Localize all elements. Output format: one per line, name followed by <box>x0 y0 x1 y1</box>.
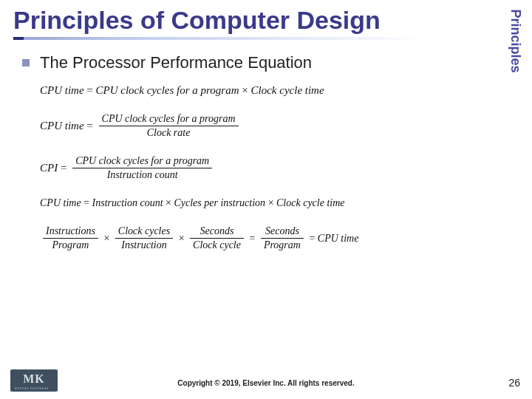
eq5-f3-den: Clock cycle <box>190 239 244 251</box>
equation-3: CPI = CPU clock cycles for a program Ins… <box>40 155 495 181</box>
bullet-text: The Processor Performance Equation <box>40 53 312 72</box>
eq5-f2-num: Clock cycles <box>115 225 173 239</box>
side-tab: Principles <box>507 0 523 81</box>
eq5-times-1: × <box>103 233 109 245</box>
title-underline <box>13 37 429 40</box>
eq4-a: Instruction count <box>92 197 163 208</box>
eq-equals: = <box>86 120 92 132</box>
eq5-rhs: CPU time <box>318 233 359 245</box>
eq-equals: = <box>83 197 92 208</box>
eq2-fraction: CPU clock cycles for a program Clock rat… <box>99 113 239 139</box>
eq-equals: = <box>61 162 66 174</box>
eq5-f2: Clock cycles Instruction <box>115 225 173 251</box>
logo-subtext: MORGAN KAUFMANN <box>15 387 49 390</box>
slide: Principles Principles of Computer Design… <box>0 0 532 399</box>
equations: CPU time = CPU clock cycles for a progra… <box>40 84 495 251</box>
eq4-op2: × <box>268 197 274 208</box>
title-underline-accent <box>13 37 24 40</box>
eq4-c: Clock cycle time <box>276 197 345 208</box>
page-title: Principles of Computer Design <box>13 6 381 38</box>
eq5-f3: Seconds Clock cycle <box>190 225 244 251</box>
eq3-den: Instruction count <box>72 168 212 181</box>
title-underline-fade <box>24 37 429 40</box>
eq2-den: Clock rate <box>99 126 239 139</box>
eq4-op1: × <box>166 197 171 208</box>
content-area: The Processor Performance Equation CPU t… <box>22 53 495 267</box>
equation-2: CPU time = CPU clock cycles for a progra… <box>40 113 495 139</box>
eq5-f4-num: Seconds <box>261 225 304 239</box>
title-bar: Principles of Computer Design <box>13 6 488 38</box>
eq2-num: CPU clock cycles for a program <box>99 113 239 126</box>
eq3-num: CPU clock cycles for a program <box>72 155 212 168</box>
eq5-f2-den: Instruction <box>115 239 173 251</box>
bullet-icon <box>22 59 30 66</box>
eq-equals: = <box>86 84 95 96</box>
eq1-b: Clock cycle time <box>251 84 324 96</box>
eq4-b: Cycles per instruction <box>174 197 265 208</box>
eq5-equals-1: = <box>249 233 255 245</box>
eq3-lhs: CPI <box>40 162 58 174</box>
equation-1: CPU time = CPU clock cycles for a progra… <box>40 84 495 97</box>
side-tab-label: Principles <box>508 9 523 72</box>
bullet-row: The Processor Performance Equation <box>22 53 495 72</box>
footer: MK MORGAN KAUFMANN Copyright © 2019, Els… <box>0 365 532 395</box>
eq5-f3-num: Seconds <box>190 225 244 239</box>
copyright-text: Copyright © 2019, Elsevier Inc. All righ… <box>0 379 532 387</box>
eq1-op: × <box>242 84 248 96</box>
eq5-f4: Seconds Program <box>261 225 304 251</box>
page-number: 26 <box>508 377 520 389</box>
eq5-times-2: × <box>179 233 185 245</box>
eq5-f1-den: Program <box>43 239 98 251</box>
eq4-lhs: CPU time <box>40 197 81 208</box>
equation-5: Instructions Program × Clock cycles Inst… <box>40 225 495 251</box>
eq3-fraction: CPU clock cycles for a program Instructi… <box>72 155 212 181</box>
eq1-a: CPU clock cycles for a program <box>96 84 239 96</box>
eq5-f1-num: Instructions <box>43 225 98 239</box>
eq1-lhs: CPU time <box>40 84 84 96</box>
equation-4: CPU time = Instruction count × Cycles pe… <box>40 197 495 209</box>
eq5-f1: Instructions Program <box>43 225 98 251</box>
eq5-f4-den: Program <box>261 239 304 251</box>
eq2-lhs: CPU time <box>40 120 84 132</box>
eq5-equals-2: = <box>309 233 315 245</box>
